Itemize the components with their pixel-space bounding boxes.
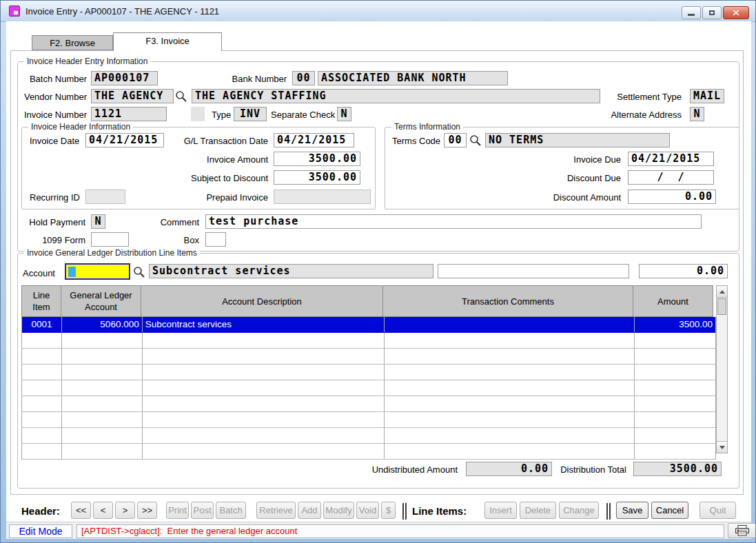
grid-empty-row bbox=[22, 349, 715, 365]
invoice-number-field: 1121 bbox=[91, 107, 167, 121]
scroll-up-button[interactable] bbox=[717, 286, 727, 298]
tab-browse[interactable]: F2. Browse bbox=[32, 35, 113, 50]
vendor-number-label: Vendor Number bbox=[21, 92, 87, 102]
invoice-due-field[interactable]: 04/21/2015 bbox=[628, 152, 714, 166]
terms-code-field[interactable]: 00 bbox=[444, 133, 467, 147]
account-comment-field[interactable] bbox=[438, 264, 629, 278]
retrieve-button[interactable]: Retrieve bbox=[256, 502, 296, 519]
grid-header-row: LineItem General LedgerAccount Account D… bbox=[21, 285, 716, 317]
change-button[interactable]: Change bbox=[559, 502, 599, 519]
grid-empty-row bbox=[22, 428, 715, 444]
scroll-down-button[interactable] bbox=[717, 441, 727, 453]
line-items-actions-label: Line Items: bbox=[412, 505, 467, 517]
dollar-button[interactable]: $ bbox=[381, 502, 396, 519]
bank-number-code-field: 00 bbox=[292, 71, 315, 85]
account-input[interactable]: 5060.000 bbox=[65, 263, 130, 280]
text-caret bbox=[68, 267, 76, 277]
account-amount-field[interactable]: 0.00 bbox=[639, 264, 728, 278]
terms-code-label: Terms Code bbox=[392, 136, 440, 146]
print-button[interactable]: Print bbox=[166, 502, 189, 519]
vendor-name-field: THE AGENCY STAFFING bbox=[192, 89, 600, 103]
form-1099-field[interactable] bbox=[91, 232, 129, 247]
add-button[interactable]: Add bbox=[298, 502, 321, 519]
app-window: Invoice Entry - AP000107 - THE AGENCY - … bbox=[0, 0, 756, 543]
grid-vertical-scrollbar[interactable] bbox=[716, 285, 728, 453]
grid-empty-row bbox=[22, 396, 715, 412]
title-bar: Invoice Entry - AP000107 - THE AGENCY - … bbox=[1, 1, 755, 22]
post-button[interactable]: Post bbox=[191, 502, 214, 519]
cancel-button[interactable]: Cancel bbox=[651, 502, 688, 519]
subject-to-discount-field[interactable]: 3500.00 bbox=[274, 170, 360, 185]
save-button[interactable]: Save bbox=[616, 502, 648, 519]
invoice-type-field: INV bbox=[234, 107, 267, 121]
discount-amount-field[interactable]: 0.00 bbox=[628, 189, 716, 204]
tab-invoice[interactable]: F3. Invoice bbox=[113, 32, 222, 51]
group-distribution-title: Invoice General Ledger Distribution Line… bbox=[24, 248, 200, 258]
printer-icon bbox=[735, 525, 750, 536]
status-message: [APTDIST->cglacct]: Enter the general le… bbox=[76, 524, 724, 538]
cell-description: Subcontract services bbox=[143, 317, 385, 332]
cell-line-item: 0001 bbox=[22, 317, 62, 332]
window-title: Invoice Entry - AP000107 - THE AGENCY - … bbox=[25, 6, 219, 17]
grid-empty-row bbox=[22, 444, 715, 460]
insert-button[interactable]: Insert bbox=[484, 502, 517, 519]
invoice-amount-field[interactable]: 3500.00 bbox=[274, 152, 360, 166]
modify-button[interactable]: Modify bbox=[323, 502, 354, 519]
gl-transaction-date-field[interactable]: 04/21/2015 bbox=[274, 133, 354, 147]
invoice-date-field[interactable]: 04/21/2015 bbox=[85, 133, 164, 147]
discount-due-label: Discount Due bbox=[545, 173, 621, 183]
vendor-number-field: THE AGENCY bbox=[91, 89, 174, 103]
comment-field[interactable]: test purchase bbox=[205, 214, 702, 229]
grid-header-line-item: LineItem bbox=[21, 285, 61, 317]
void-button[interactable]: Void bbox=[356, 502, 379, 519]
discount-due-field[interactable]: / / bbox=[628, 170, 714, 185]
toolbar-separator bbox=[606, 503, 608, 520]
scroll-thumb[interactable] bbox=[717, 298, 726, 315]
group-terms-info-title: Terms Information bbox=[391, 122, 463, 132]
alternate-address-field: N bbox=[690, 107, 704, 121]
distribution-grid: LineItem General LedgerAccount Account D… bbox=[21, 285, 716, 460]
grid-empty-row bbox=[22, 412, 715, 428]
invoice-due-label: Invoice Due bbox=[552, 154, 621, 165]
nav-last-button[interactable]: >> bbox=[137, 502, 157, 519]
close-button[interactable] bbox=[723, 6, 749, 19]
batch-button[interactable]: Batch bbox=[216, 502, 246, 519]
nav-next-button[interactable]: > bbox=[115, 502, 135, 519]
undistributed-amount-label: Undistributed Amount bbox=[366, 464, 458, 475]
grid-empty-row bbox=[22, 380, 715, 396]
restore-button[interactable] bbox=[702, 6, 722, 19]
terms-lookup-icon[interactable] bbox=[469, 134, 482, 147]
grid-header-description: Account Description bbox=[141, 285, 383, 317]
settlement-type-label: Settlement Type bbox=[613, 92, 682, 102]
delete-button[interactable]: Delete bbox=[520, 502, 556, 519]
cell-amount: 3500.00 bbox=[635, 317, 715, 332]
bank-number-label: Bank Number bbox=[225, 74, 287, 84]
comment-label: Comment bbox=[158, 217, 199, 227]
form-1099-label: 1099 Form bbox=[27, 235, 85, 245]
cell-gl-account: 5060.000 bbox=[62, 317, 143, 332]
arrow-up-icon bbox=[719, 290, 725, 294]
box-label: Box bbox=[166, 235, 199, 245]
minimize-button[interactable] bbox=[682, 6, 701, 19]
toolbar-separator bbox=[402, 503, 404, 520]
quit-button[interactable]: Quit bbox=[699, 502, 736, 519]
box-field[interactable] bbox=[205, 232, 226, 247]
recurring-id-field bbox=[85, 189, 125, 204]
grid-header-amount: Amount bbox=[633, 285, 713, 317]
gl-transaction-date-label: G/L Transaction Date bbox=[173, 136, 268, 146]
arrow-down-icon bbox=[719, 446, 725, 449]
nav-first-button[interactable]: << bbox=[71, 502, 91, 519]
invoice-number-label: Invoice Number bbox=[21, 110, 87, 120]
settlement-type-field: MAIL bbox=[690, 89, 724, 103]
undistributed-amount-field: 0.00 bbox=[466, 462, 552, 476]
separate-check-field: N bbox=[337, 107, 351, 121]
print-status-button[interactable] bbox=[728, 523, 756, 538]
account-lookup-icon[interactable] bbox=[132, 265, 145, 278]
distribution-total-field: 3500.00 bbox=[633, 462, 722, 476]
edit-mode-indicator: Edit Mode bbox=[9, 524, 72, 538]
invoice-date-label: Invoice Date bbox=[30, 136, 79, 146]
cell-comments bbox=[385, 317, 635, 332]
nav-prev-button[interactable]: < bbox=[93, 502, 113, 519]
vendor-lookup-icon[interactable] bbox=[174, 90, 187, 103]
grid-row-selected[interactable]: 0001 5060.000 Subcontract services 3500.… bbox=[22, 317, 715, 333]
